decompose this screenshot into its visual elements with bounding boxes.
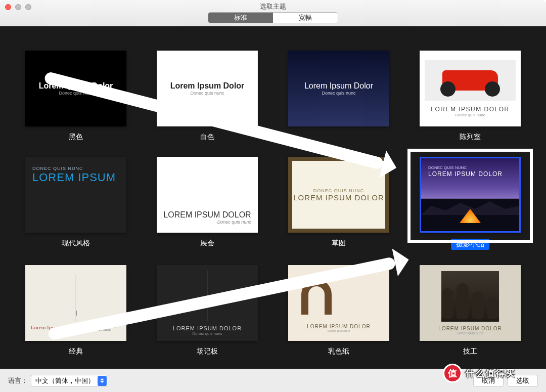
placeholder-title: Lorem Ipsum Dolor — [170, 81, 245, 91]
theme-label: 展会 — [200, 239, 214, 248]
placeholder-title: Lorem Ipsum Dolor — [304, 81, 373, 91]
theme-thumbnail: LOREM IPSUM DOLOR Donec quis nunc — [420, 265, 521, 341]
theme-label: 场记板 — [197, 347, 218, 356]
placeholder-pre: DONEC QUIS NUNC — [32, 166, 83, 171]
language-label: 语言： — [8, 376, 28, 385]
theme-sketch[interactable]: DONEC QUIS NUNC LOREM IPSUM DOLOR 草图 — [284, 157, 393, 250]
theme-label: 白色 — [200, 133, 214, 142]
theme-gallery: Lorem Ipsum Dolor Donec quis nunc 黑色 Lor… — [0, 26, 546, 369]
parrot-icon — [207, 271, 208, 321]
theme-thumbnail: Lorem Ipsum Dolor Donec quis nunc — [157, 51, 258, 126]
theme-modern[interactable]: DONEC QUIS NUNC LOREM IPSUM 现代风格 — [21, 157, 130, 250]
theme-label: 技工 — [463, 347, 477, 356]
theme-label: 摄影小品 — [451, 239, 489, 250]
aspect-wide-tab[interactable]: 宽幅 — [273, 13, 338, 23]
placeholder-sub: Donec quis nunc — [455, 113, 485, 117]
theme-label: 草图 — [332, 239, 346, 248]
vases-icon — [441, 271, 499, 322]
window-title: 选取主题 — [0, 2, 546, 11]
theme-thumbnail: LOREM IPSUM DOLOR Donec quis nunc — [288, 265, 389, 341]
theme-thumbnail: LOREM IPSUM DOLOR Donec quis nunc — [157, 157, 258, 233]
placeholder-title: LOREM IPSUM DOLOR — [307, 324, 370, 329]
watermark-icon: 值 — [443, 364, 462, 383]
theme-thumbnail: Lorem Ipsum Dolor Lorem ipsum dolor sit … — [25, 265, 126, 341]
placeholder-title: LOREM IPSUM — [32, 171, 116, 184]
placeholder-title: Lorem Ipsum Dolor — [31, 324, 75, 331]
placeholder-sub: Donec quis nunc — [322, 91, 355, 96]
placeholder-sub: Donec quis nunc — [163, 220, 251, 225]
theme-label: 乳色纸 — [328, 347, 349, 356]
placeholder-title: LOREM IPSUM DOLOR — [173, 325, 242, 331]
placeholder-desc: Lorem ipsum dolor sit amet, ligula suspe… — [75, 324, 121, 331]
theme-white[interactable]: Lorem Ipsum Dolor Donec quis nunc 白色 — [153, 51, 262, 142]
theme-cream[interactable]: LOREM IPSUM DOLOR Donec quis nunc 乳色纸 — [284, 265, 393, 356]
theme-craft[interactable]: LOREM IPSUM DOLOR Donec quis nunc 技工 — [416, 265, 525, 356]
watermark-badge: 值 什么值得买 — [443, 364, 516, 383]
placeholder-title: LOREM IPSUM DOLOR — [433, 322, 507, 331]
placeholder-sub: Donec quis nunc — [192, 331, 222, 336]
theme-board[interactable]: LOREM IPSUM DOLOR Donec quis nunc 场记板 — [153, 265, 262, 356]
aspect-standard-tab[interactable]: 标准 — [208, 13, 273, 23]
motorcycle-icon — [425, 60, 516, 101]
placeholder-pre: DONEC QUIS NUNC — [313, 188, 365, 193]
language-select[interactable]: 中文（简体，中国） — [31, 375, 108, 387]
theme-thumbnail: LOREM IPSUM DOLOR Donec quis nunc — [420, 51, 521, 126]
placeholder-title: Lorem Ipsum Dolor — [39, 81, 113, 91]
theme-label: 经典 — [69, 347, 83, 356]
theme-thumbnail: Lorem Ipsum Dolor Donec quis nunc — [25, 51, 126, 126]
placeholder-title: LOREM IPSUM DOLOR — [163, 210, 251, 220]
placeholder-sub: Donec quis nunc — [190, 91, 224, 96]
aspect-ratio-segmented-control: 标准 宽幅 — [208, 12, 338, 23]
theme-gradient[interactable]: Lorem Ipsum Dolor Donec quis nunc — [284, 51, 393, 142]
placeholder-title: LOREM IPSUM DOLOR — [428, 170, 503, 178]
select-arrows-icon — [98, 376, 107, 386]
language-value: 中文（简体，中国） — [35, 376, 95, 385]
theme-chooser-window: 选取主题 标准 宽幅 Lorem Ipsum Dolor Donec quis … — [0, 0, 546, 392]
theme-classic[interactable]: Lorem Ipsum Dolor Lorem ipsum dolor sit … — [21, 265, 130, 356]
placeholder-sub: Donec quis nunc — [59, 91, 93, 96]
placeholder-title: LOREM IPSUM DOLOR — [293, 193, 384, 202]
theme-label: 现代风格 — [62, 239, 90, 248]
placeholder-pre: DONEC QUIS NUNC — [428, 165, 467, 170]
bridge-icon — [75, 275, 76, 321]
theme-black[interactable]: Lorem Ipsum Dolor Donec quis nunc 黑色 — [21, 51, 130, 142]
theme-photo[interactable]: DONEC QUIS NUNC LOREM IPSUM DOLOR 摄影小品 — [416, 157, 525, 250]
theme-thumbnail: DONEC QUIS NUNC LOREM IPSUM DOLOR — [420, 157, 521, 233]
theme-label: 黑色 — [69, 133, 83, 142]
theme-thumbnail: Lorem Ipsum Dolor Donec quis nunc — [288, 51, 389, 126]
watermark-text: 什么值得买 — [465, 367, 516, 379]
theme-thumbnail: LOREM IPSUM DOLOR Donec quis nunc — [157, 265, 258, 341]
placeholder-sub: Donec quis nunc — [452, 331, 488, 335]
theme-thumbnail: DONEC QUIS NUNC LOREM IPSUM DOLOR — [288, 157, 389, 233]
placeholder-sub: Donec quis nunc — [328, 329, 350, 332]
theme-label: 陈列室 — [460, 133, 481, 142]
titlebar: 选取主题 标准 宽幅 — [0, 0, 546, 26]
theme-exhibit[interactable]: LOREM IPSUM DOLOR Donec quis nunc 展会 — [153, 157, 262, 250]
theme-thumbnail: DONEC QUIS NUNC LOREM IPSUM — [25, 157, 126, 233]
placeholder-title: LOREM IPSUM DOLOR — [431, 106, 510, 113]
theme-showroom[interactable]: LOREM IPSUM DOLOR Donec quis nunc 陈列室 — [416, 51, 525, 142]
theme-grid: Lorem Ipsum Dolor Donec quis nunc 黑色 Lor… — [0, 26, 546, 369]
